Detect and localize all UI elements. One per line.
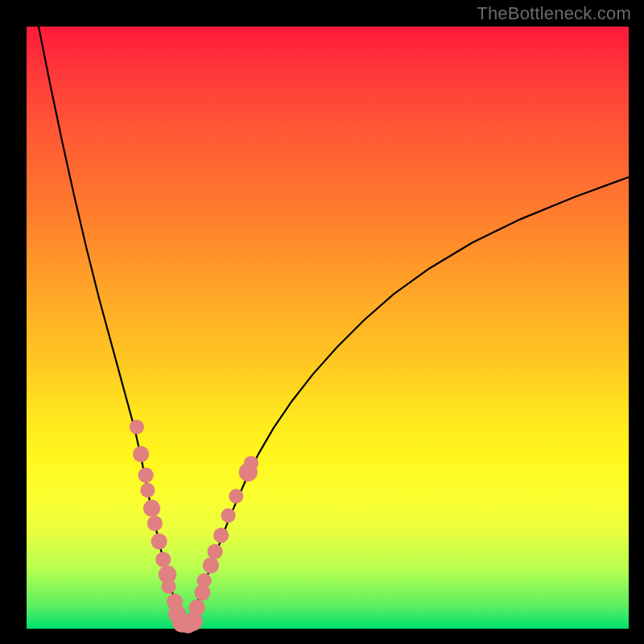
data-dot [161,580,175,594]
data-dot [197,573,212,588]
data-dot [229,489,243,503]
plot-area [27,27,629,629]
data-dot [130,419,144,434]
data-dot [155,551,171,567]
data-dot [138,468,154,483]
data-dot [244,456,258,470]
data-dot [140,483,155,497]
chart-svg [27,27,629,629]
data-dot [208,544,223,559]
data-dot [133,446,149,462]
curve-right-branch [185,177,629,625]
frame: TheBottleneck.com [0,0,644,644]
data-dot [203,557,219,573]
data-dot [213,527,229,543]
data-dot [147,516,163,531]
data-dot [143,500,160,517]
data-dot [221,508,235,522]
data-dot [151,533,167,549]
watermark-text: TheBottleneck.com [477,3,631,24]
data-dots [130,419,258,633]
data-dot [189,600,205,616]
